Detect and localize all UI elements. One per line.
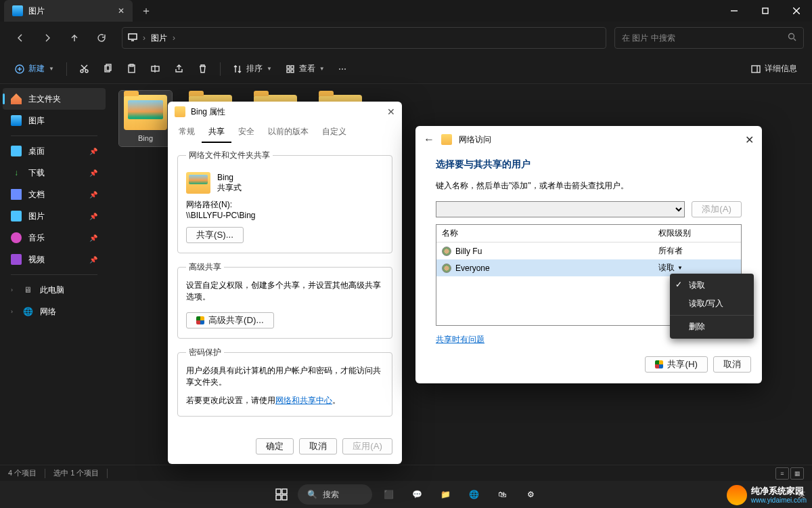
delete-button[interactable]	[192, 58, 213, 80]
more-button[interactable]: ⋯	[333, 58, 352, 80]
close-button[interactable]: ✕	[745, 133, 754, 146]
col-name[interactable]: 名称	[436, 225, 653, 242]
ok-button[interactable]: 确定	[256, 438, 294, 454]
sidebar-item-documents[interactable]: 文档📌	[3, 184, 106, 205]
sidebar: 主文件夹 图库 桌面📌 ↓下载📌 文档📌 图片📌 音乐📌 视频📌 ›🖥此电脑 ›…	[0, 84, 108, 465]
new-button[interactable]: 新建 ▼	[9, 58, 60, 80]
section-title: 高级共享	[186, 261, 224, 273]
sidebar-item-videos[interactable]: 视频📌	[3, 249, 106, 270]
breadcrumb-segment[interactable]: 图片	[151, 33, 167, 44]
share-label: 共享(H)	[667, 358, 698, 371]
dialog-titlebar[interactable]: Bing 属性 ✕	[168, 102, 402, 122]
sidebar-item-gallery[interactable]: 图库	[3, 110, 106, 131]
help-link[interactable]: 共享时有问题	[436, 335, 484, 344]
advanced-share-button[interactable]: 高级共享(D)...	[186, 312, 274, 329]
up-button[interactable]	[62, 26, 87, 50]
dialog-tabs: 常规 共享 安全 以前的版本 自定义	[168, 122, 402, 143]
refresh-button[interactable]	[89, 26, 114, 50]
ctx-remove[interactable]: 删除	[670, 318, 754, 336]
sidebar-item-network[interactable]: ›🌐网络	[3, 301, 106, 322]
paste-button[interactable]	[121, 58, 142, 80]
navbar: › 图片 › 在 图片 中搜索	[0, 22, 812, 54]
heading: 选择要与其共享的用户	[436, 158, 742, 171]
cut-button[interactable]	[74, 58, 95, 80]
tab-pictures[interactable]: 图片 ✕	[4, 0, 133, 22]
sidebar-item-home[interactable]: 主文件夹	[3, 88, 106, 110]
share-button[interactable]: 共享(S)...	[186, 227, 244, 243]
user-row[interactable]: Billy Fu 所有者	[436, 242, 741, 259]
col-perm[interactable]: 权限级别	[653, 225, 741, 242]
chevron-right-icon: ›	[11, 308, 13, 315]
close-button[interactable]: ✕	[387, 106, 395, 117]
maximize-button[interactable]	[750, 0, 781, 22]
taskbar-edge[interactable]: 🌐	[461, 482, 486, 507]
sidebar-item-pictures[interactable]: 图片📌	[3, 205, 106, 227]
tab-custom[interactable]: 自定义	[315, 122, 353, 143]
rename-button[interactable]	[145, 58, 166, 80]
back-button[interactable]	[8, 26, 32, 50]
cancel-button[interactable]: 取消	[299, 438, 337, 454]
folder-name: Bing	[217, 173, 242, 182]
new-tab-button[interactable]: ＋	[141, 4, 152, 18]
taskbar-settings[interactable]: ⚙	[518, 482, 543, 507]
sort-button[interactable]: 排序 ▼	[227, 58, 277, 80]
forward-button[interactable]	[35, 26, 60, 50]
tab-general[interactable]: 常规	[172, 122, 202, 143]
breadcrumb[interactable]: › 图片 ›	[122, 27, 606, 49]
taskbar-store[interactable]: 🛍	[490, 482, 514, 507]
sidebar-item-downloads[interactable]: ↓下载📌	[3, 162, 106, 184]
svg-rect-1	[763, 8, 768, 14]
netpath-value: \\BILLYFU-PC\Bing	[186, 211, 384, 220]
details-pane-button[interactable]: 详细信息	[746, 58, 803, 80]
minimize-button[interactable]	[719, 0, 750, 22]
shield-icon	[196, 316, 204, 324]
search-input[interactable]: 在 图片 中搜索	[614, 27, 804, 49]
sidebar-item-thispc[interactable]: ›🖥此电脑	[3, 279, 106, 301]
svg-rect-4	[129, 34, 137, 39]
folder-bing[interactable]: Bing	[119, 91, 172, 146]
net-titlebar[interactable]: ← 网络访问 ✕	[415, 126, 762, 153]
ime-indicator[interactable]: 英	[798, 490, 805, 500]
selection-count: 选中 1 个项目	[53, 468, 99, 478]
view-button[interactable]: 查看 ▼	[280, 58, 330, 80]
start-button[interactable]	[269, 482, 294, 507]
tray-chevron-icon[interactable]: ˄	[787, 490, 791, 499]
close-tab-icon[interactable]: ✕	[118, 6, 125, 16]
desktop-icon	[11, 146, 22, 156]
advanced-section: 高级共享 设置自定义权限，创建多个共享，并设置其他高级共享选项。 高级共享(D)…	[177, 261, 392, 339]
add-button[interactable]: 添加(A)	[692, 201, 742, 217]
cancel-button[interactable]: 取消	[713, 356, 751, 373]
tab-security[interactable]: 安全	[231, 122, 261, 143]
divider	[11, 274, 97, 275]
sidebar-item-desktop[interactable]: 桌面📌	[3, 140, 106, 162]
ctx-read[interactable]: 读取	[670, 276, 754, 295]
view-grid-button[interactable]: ▦	[790, 467, 804, 480]
taskbar-app[interactable]: 💬	[405, 482, 429, 507]
adv-btn-label: 高级共享(D)...	[208, 314, 264, 326]
sidebar-label: 图片	[28, 211, 45, 222]
apply-button[interactable]: 应用(A)	[342, 438, 392, 454]
view-list-button[interactable]: ≡	[775, 467, 789, 480]
details-label: 详细信息	[765, 63, 797, 75]
taskbar-search[interactable]: 🔍搜索	[298, 484, 372, 505]
network-center-link[interactable]: 网络和共享中心	[275, 396, 332, 405]
share-button[interactable]: 共享(H)	[645, 356, 708, 373]
copy-button[interactable]	[97, 58, 118, 80]
close-window-button[interactable]	[781, 0, 812, 22]
tab-sharing[interactable]: 共享	[202, 122, 231, 143]
search-placeholder: 在 图片 中搜索	[622, 33, 675, 44]
task-view-button[interactable]: ⬛	[376, 482, 401, 507]
permission-dropdown[interactable]: 读取▼	[658, 262, 683, 274]
taskbar-explorer[interactable]: 📁	[433, 482, 457, 507]
share-button[interactable]	[168, 58, 189, 80]
user-icon	[442, 247, 451, 256]
subheading: 键入名称，然后单击"添加"，或者单击箭头查找用户。	[436, 180, 742, 192]
ctx-readwrite[interactable]: 读取/写入	[670, 295, 754, 313]
system-tray[interactable]: ˄ 英	[787, 490, 805, 500]
network-icon: 🌐	[22, 306, 33, 317]
user-combo[interactable]	[436, 201, 685, 217]
tab-previous[interactable]: 以前的版本	[261, 122, 315, 143]
back-button[interactable]: ←	[424, 133, 434, 146]
svg-rect-27	[276, 489, 281, 494]
sidebar-item-music[interactable]: 音乐📌	[3, 227, 106, 249]
